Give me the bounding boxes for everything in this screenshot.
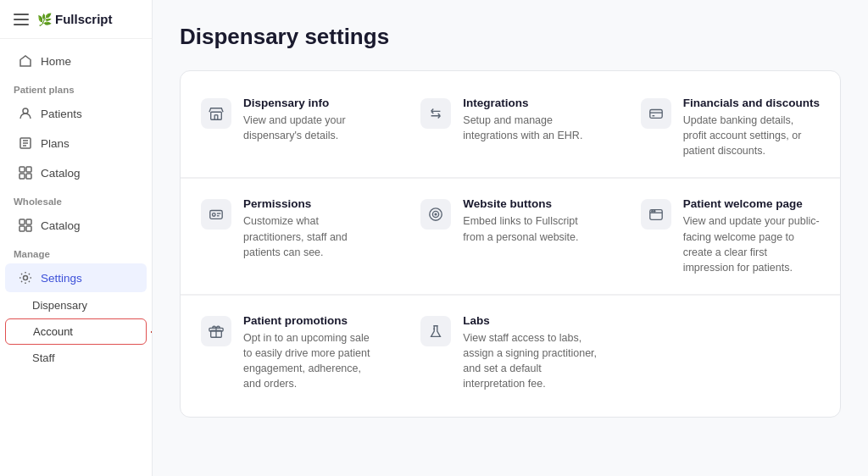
hamburger-menu-button[interactable]: [14, 14, 29, 25]
patient-welcome-title: Patient welcome page: [683, 197, 820, 210]
svg-rect-11: [19, 226, 25, 231]
catalog-icon: [19, 166, 32, 180]
financials-title: Financials and discounts: [683, 97, 820, 109]
patient-promotions-desc: Opt in to an upcoming sale to easily dri…: [243, 330, 380, 392]
svg-rect-8: [26, 174, 31, 179]
patient-promotions-text: Patient promotions Opt in to an upcoming…: [243, 314, 380, 392]
sidebar-subitem-dispensary[interactable]: Dispensary: [5, 293, 147, 318]
permissions-title: Permissions: [243, 197, 380, 210]
settings-item-permissions[interactable]: Permissions Customize what practitioners…: [181, 179, 400, 295]
section-label-patient-plans: Patient plans: [0, 76, 152, 98]
svg-point-0: [23, 108, 28, 113]
svg-point-32: [651, 211, 652, 212]
svg-rect-9: [19, 219, 25, 224]
catalog-label: Catalog: [41, 167, 81, 180]
labs-title: Labs: [463, 314, 599, 327]
flask-icon: [428, 324, 443, 339]
dispensary-info-desc: View and update your dispensary's detail…: [243, 113, 380, 143]
settings-item-website-buttons[interactable]: Website buttons Embed links to Fullscrip…: [400, 179, 620, 295]
account-sub-label: Account: [33, 325, 73, 338]
settings-item-labs[interactable]: Labs View staff access to labs, assign a…: [400, 296, 620, 411]
store-icon: [209, 106, 224, 121]
settings-item-empty: [620, 296, 840, 411]
sidebar-item-home[interactable]: Home: [5, 47, 147, 75]
permissions-text: Permissions Customize what practitioners…: [243, 197, 380, 259]
dispensary-info-icon-wrap: [201, 98, 231, 129]
app-logo: 🌿 Fullscript: [37, 12, 113, 26]
svg-rect-10: [26, 219, 31, 224]
patient-welcome-desc: View and update your public-facing welco…: [683, 213, 820, 275]
sidebar-item-patients[interactable]: Patients: [5, 99, 147, 128]
staff-sub-label: Staff: [32, 351, 55, 364]
app-name: Fullscript: [55, 12, 113, 26]
plans-label: Plans: [41, 137, 70, 150]
id-card-icon: [209, 207, 224, 222]
labs-desc: View staff access to labs, assign a sign…: [463, 330, 599, 392]
home-icon: [19, 54, 32, 68]
patient-welcome-text: Patient welcome page View and update you…: [683, 197, 820, 275]
website-buttons-desc: Embed links to Fullscript from a persona…: [463, 213, 599, 244]
sidebar-item-catalog[interactable]: Catalog: [5, 158, 147, 187]
sidebar-item-settings[interactable]: Settings: [5, 263, 147, 292]
integrations-text: Integrations Setup and manage integratio…: [463, 97, 599, 143]
sidebar-subitem-account[interactable]: Account: [5, 318, 147, 345]
target-icon: [428, 207, 443, 222]
labs-icon-wrap: [420, 316, 451, 346]
integrations-icon-wrap: [420, 98, 451, 129]
sidebar-item-wholesale-catalog[interactable]: Catalog: [5, 211, 147, 240]
permissions-icon-wrap: [201, 199, 231, 230]
dispensary-info-text: Dispensary info View and update your dis…: [243, 97, 380, 143]
svg-rect-20: [649, 110, 661, 119]
settings-icon: [19, 271, 32, 285]
wholesale-catalog-icon: [19, 219, 32, 232]
integrations-desc: Setup and manage integrations with an EH…: [463, 113, 599, 143]
plans-icon: [19, 136, 32, 150]
settings-grid: Dispensary info View and update your dis…: [181, 78, 840, 410]
sidebar-navigation: Home Patient plans Patients Plans Catalo…: [0, 39, 152, 476]
svg-rect-5: [19, 167, 25, 172]
svg-point-13: [24, 276, 28, 280]
page-title: Dispensary settings: [180, 24, 841, 50]
dispensary-sub-label: Dispensary: [32, 299, 87, 312]
patients-icon: [19, 107, 32, 120]
section-label-manage: Manage: [0, 241, 152, 263]
svg-rect-16: [211, 112, 222, 119]
credit-card-icon: [648, 106, 664, 121]
sidebar: 🌿 Fullscript Home Patient plans Patients…: [0, 0, 153, 476]
dispensary-info-title: Dispensary info: [243, 97, 380, 109]
website-buttons-title: Website buttons: [463, 197, 599, 210]
financials-icon-wrap: [641, 98, 671, 129]
settings-label: Settings: [41, 272, 82, 285]
svg-point-29: [435, 213, 437, 215]
settings-item-patient-welcome[interactable]: Patient welcome page View and update you…: [620, 179, 840, 295]
settings-item-financials[interactable]: Financials and discounts Update banking …: [620, 78, 840, 178]
svg-point-33: [654, 211, 654, 212]
svg-point-24: [213, 213, 216, 217]
patient-promotions-title: Patient promotions: [243, 314, 380, 327]
sidebar-item-plans[interactable]: Plans: [5, 129, 147, 158]
integrations-title: Integrations: [463, 97, 599, 109]
patient-welcome-icon-wrap: [641, 199, 671, 230]
website-buttons-icon-wrap: [420, 199, 451, 230]
main-content: Dispensary settings Dispensary info View…: [153, 0, 868, 476]
browser-icon: [648, 207, 664, 222]
settings-card: Dispensary info View and update your dis…: [180, 70, 841, 418]
svg-rect-7: [19, 174, 25, 179]
patients-label: Patients: [41, 108, 82, 120]
settings-item-patient-promotions[interactable]: Patient promotions Opt in to an upcoming…: [181, 296, 400, 411]
svg-rect-6: [26, 167, 31, 172]
section-label-wholesale: Wholesale: [0, 188, 152, 210]
financials-desc: Update banking details, profit account s…: [683, 113, 820, 158]
settings-item-dispensary-info[interactable]: Dispensary info View and update your dis…: [181, 78, 400, 178]
wholesale-catalog-label: Catalog: [41, 219, 81, 232]
settings-item-integrations[interactable]: Integrations Setup and manage integratio…: [400, 78, 620, 178]
logo-heart-icon: 🌿: [37, 13, 52, 26]
permissions-desc: Customize what practitioners, staff and …: [243, 213, 380, 259]
sidebar-header: 🌿 Fullscript: [0, 0, 152, 39]
gift-icon: [209, 324, 224, 339]
patient-promotions-icon-wrap: [201, 316, 231, 346]
swap-icon: [428, 106, 443, 121]
sidebar-subitem-staff[interactable]: Staff: [5, 346, 147, 370]
website-buttons-text: Website buttons Embed links to Fullscrip…: [463, 197, 599, 244]
financials-text: Financials and discounts Update banking …: [683, 97, 820, 158]
